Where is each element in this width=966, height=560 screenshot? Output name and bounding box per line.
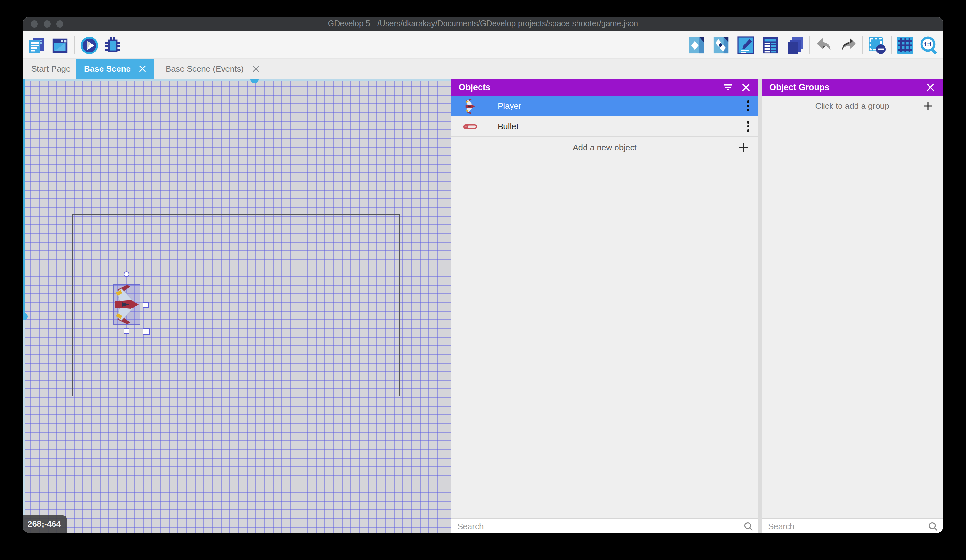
tab-base-scene-events[interactable]: Base Scene (Events) bbox=[154, 59, 271, 79]
panel-divider bbox=[759, 79, 762, 533]
objects-search-bar bbox=[451, 518, 759, 533]
title-bar: GDevelop 5 - /Users/dkarakay/Documents/G… bbox=[23, 16, 943, 31]
add-object-label: Add a new object bbox=[573, 143, 636, 152]
svg-text:1:1: 1:1 bbox=[924, 41, 932, 47]
add-group-button[interactable]: Click to add a group bbox=[762, 96, 943, 116]
search-icon bbox=[928, 522, 938, 531]
start-page-icon[interactable] bbox=[51, 36, 69, 55]
tab-label: Base Scene bbox=[84, 64, 131, 74]
properties-icon[interactable] bbox=[737, 36, 755, 55]
editor-content: 268;-464 Objects bbox=[23, 79, 943, 533]
object-groups-editor-icon[interactable] bbox=[712, 36, 729, 55]
layers-icon[interactable] bbox=[786, 36, 804, 55]
objects-panel-header: Objects bbox=[451, 79, 759, 96]
vertical-scrollbar-line bbox=[23, 79, 25, 320]
spaceship-sprite bbox=[114, 285, 139, 324]
close-panel-icon[interactable] bbox=[926, 83, 935, 92]
object-groups-panel-header: Object Groups bbox=[762, 79, 943, 96]
object-name: Player bbox=[498, 96, 521, 116]
object-menu-icon[interactable] bbox=[747, 121, 749, 133]
object-groups-panel: Object Groups Click to add a group bbox=[762, 79, 943, 533]
groups-search-bar bbox=[762, 518, 943, 533]
tab-label: Base Scene (Events) bbox=[166, 64, 244, 74]
object-menu-icon[interactable] bbox=[747, 100, 749, 112]
plus-icon bbox=[739, 143, 748, 152]
rotation-handle[interactable] bbox=[124, 271, 130, 277]
objects-panel-title: Objects bbox=[458, 79, 490, 96]
main-toolbar: 1:1 bbox=[23, 31, 943, 59]
gdevelop-window: GDevelop 5 - /Users/dkarakay/Documents/G… bbox=[23, 16, 943, 533]
object-name: Bullet bbox=[498, 116, 519, 137]
selected-instance-player[interactable] bbox=[113, 284, 140, 325]
cursor-coordinates: 268;-464 bbox=[23, 515, 67, 533]
redo-icon[interactable] bbox=[840, 36, 858, 55]
resize-handle-corner[interactable] bbox=[143, 328, 150, 335]
resize-handle-bottom[interactable] bbox=[124, 328, 130, 334]
tab-base-scene[interactable]: Base Scene bbox=[76, 59, 154, 79]
tab-start-page[interactable]: Start Page bbox=[26, 59, 76, 79]
toggle-grid-icon[interactable] bbox=[895, 36, 915, 55]
window-title: GDevelop 5 - /Users/dkarakay/Documents/G… bbox=[23, 16, 943, 31]
debug-icon[interactable] bbox=[103, 36, 122, 55]
bullet-thumbnail-icon bbox=[463, 123, 477, 130]
spaceship-thumbnail-icon bbox=[463, 98, 477, 114]
zoom-original-icon[interactable]: 1:1 bbox=[919, 36, 939, 55]
editor-tabs: Start Page Base Scene Base Scene (Events… bbox=[23, 59, 943, 79]
close-tab-icon[interactable] bbox=[252, 65, 259, 72]
scene-canvas[interactable]: 268;-464 bbox=[23, 79, 451, 533]
object-row-bullet[interactable]: Bullet bbox=[451, 116, 759, 137]
object-groups-panel-title: Object Groups bbox=[769, 79, 830, 96]
toolbar-separator bbox=[891, 36, 892, 54]
toolbar-separator bbox=[862, 36, 863, 54]
add-group-label: Click to add a group bbox=[815, 101, 889, 111]
toolbar-separator bbox=[74, 36, 75, 54]
close-tab-icon[interactable] bbox=[139, 65, 146, 72]
objects-editor-icon[interactable] bbox=[688, 36, 705, 55]
filter-icon[interactable] bbox=[723, 83, 733, 92]
close-panel-icon[interactable] bbox=[741, 83, 751, 92]
undo-icon[interactable] bbox=[815, 36, 833, 55]
resize-handle-right[interactable] bbox=[143, 302, 149, 308]
object-row-player[interactable]: Player bbox=[451, 96, 759, 116]
objects-panel: Objects bbox=[451, 79, 759, 533]
toggle-instances-mask-icon[interactable] bbox=[867, 36, 887, 55]
play-icon[interactable] bbox=[80, 36, 99, 55]
add-object-button[interactable]: Add a new object bbox=[451, 138, 759, 158]
horizontal-scrollbar[interactable] bbox=[23, 79, 451, 80]
objects-search-input[interactable] bbox=[451, 519, 759, 533]
horizontal-scroll-thumb[interactable] bbox=[250, 79, 259, 83]
instances-list-icon[interactable] bbox=[762, 36, 779, 55]
vertical-scroll-thumb[interactable] bbox=[23, 313, 28, 320]
groups-search-input[interactable] bbox=[762, 519, 943, 533]
project-manager-icon[interactable] bbox=[27, 36, 46, 55]
screen: GDevelop 5 - /Users/dkarakay/Documents/G… bbox=[0, 0, 966, 560]
toolbar-separator bbox=[809, 36, 810, 54]
search-icon bbox=[744, 522, 753, 531]
plus-icon bbox=[923, 101, 933, 111]
tab-label: Start Page bbox=[31, 64, 71, 74]
